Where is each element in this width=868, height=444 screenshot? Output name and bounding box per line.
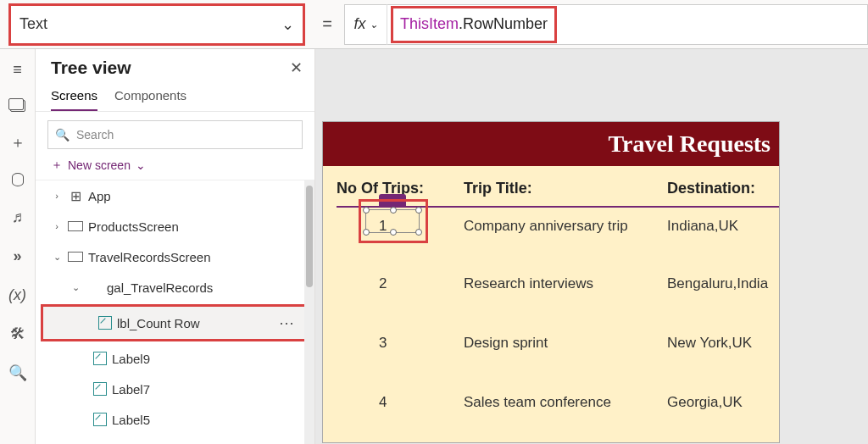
formula-token-thisitem: ThisItem [400,15,459,33]
cell-no: 4 [337,394,464,411]
label-icon [93,352,107,365]
app-icon: ⊞ [68,188,83,203]
search-icon[interactable]: 🔍 [9,364,26,381]
canvas[interactable]: Travel Requests No Of Trips: Trip Title:… [315,49,868,444]
tree-label: Label9 [112,352,150,366]
panel-title: Tree view [51,58,131,78]
gallery-icon [86,280,102,295]
tree-label: Label5 [112,413,150,427]
tree-label: lbl_Count Row [117,316,200,330]
gallery-row[interactable]: 2 Research interviews Bengaluru,India [337,265,779,325]
label-icon [98,316,112,330]
tree-label: Label7 [112,382,150,397]
resize-handle[interactable] [415,229,422,236]
property-selector[interactable]: Text ⌄ [8,3,305,46]
left-rail: ≡ ＋ ♬ » (x) 🛠 🔍 [0,49,36,444]
flows-icon[interactable]: » [9,247,26,264]
equals-label: = [310,14,344,34]
tree-item-app[interactable]: › ⊞ App [36,180,314,211]
settings-icon[interactable]: 🛠 [9,325,26,342]
gallery-row[interactable]: 3 Design sprint New York,UK [337,325,779,384]
col-header-title: Trip Title: [464,180,667,197]
new-screen-button[interactable]: ＋ New screen ⌄ [36,154,314,180]
resize-handle[interactable] [363,207,370,214]
cell-title: Research interviews [464,275,667,292]
plus-icon: ＋ [51,158,63,173]
search-placeholder: Search [76,128,114,142]
resize-handle[interactable] [390,229,397,236]
close-icon[interactable]: ✕ [290,58,303,77]
tree-label: App [88,189,111,203]
formula-token-rest: .RowNumber [459,15,548,33]
chevron-down-icon: ⌄ [70,282,81,293]
tree-item-products[interactable]: › ProductsScreen [36,211,314,241]
cell-no: 2 [337,275,464,292]
property-selector-value: Text [19,15,47,33]
tree-icon[interactable] [10,100,25,112]
cell-title: Design sprint [464,335,667,352]
insert-icon[interactable]: ＋ [9,134,26,151]
app-title: Travel Requests [323,122,779,166]
screen-icon [68,221,83,231]
chevron-down-icon: ⌄ [281,15,294,34]
resize-handle[interactable] [415,207,422,214]
cell-title: Company anniversary trip [464,218,667,235]
variables-icon[interactable]: (x) [9,286,26,303]
cell-dest: Bengaluru,India [667,275,779,292]
col-header-dest: Destination: [667,180,779,197]
fx-icon: fx [353,15,365,33]
chevron-down-icon: ⌄ [51,252,63,263]
tree-item-travel[interactable]: ⌄ TravelRecordsScreen [36,241,314,272]
tree-label: gal_TravelRecords [107,280,213,295]
cell-dest: Georgia,UK [667,394,779,411]
tree-label: TravelRecordsScreen [88,250,211,264]
tree-item-gallery[interactable]: ⌄ gal_TravelRecords [36,272,314,302]
chevron-right-icon: › [51,191,63,201]
cell-title: Sales team conference [464,394,667,411]
chevron-down-icon: ⌄ [136,158,146,172]
tree-label: ProductsScreen [88,219,179,234]
media-icon[interactable]: ♬ [9,208,26,225]
more-icon[interactable]: ⋯ [279,314,294,332]
resize-handle[interactable] [363,229,370,236]
tree-item-label7[interactable]: Label7 [36,374,314,404]
chevron-down-icon: ⌄ [370,19,378,31]
search-input[interactable]: 🔍 Search [47,120,303,149]
tree-scrollbar[interactable] [304,180,314,444]
cell-no: 3 [337,335,464,352]
gallery-row[interactable]: 1 Company anniversary trip Indiana,UK [337,206,779,265]
tree-item-label9[interactable]: Label9 [36,343,314,374]
screen-icon [68,252,83,262]
formula-input[interactable]: ThisItem.RowNumber [391,6,557,43]
cell-dest: New York,UK [667,335,779,352]
data-icon[interactable] [12,173,24,186]
cell-dest: Indiana,UK [667,218,779,235]
gallery-row[interactable]: 4 Sales team conference Georgia,UK [337,384,779,443]
tab-screens[interactable]: Screens [51,81,97,111]
label-icon [93,382,107,396]
app-preview[interactable]: Travel Requests No Of Trips: Trip Title:… [322,121,780,443]
new-screen-label: New screen [68,158,131,172]
tree-item-label5[interactable]: Label5 [36,404,314,435]
selection-handles[interactable] [365,209,420,233]
search-icon: 🔍 [55,128,70,142]
label-icon [93,413,107,426]
tab-components[interactable]: Components [114,81,186,111]
hamburger-icon[interactable]: ≡ [9,61,26,78]
tree-item-lbl-count[interactable]: lbl_Count Row ⋯ [41,304,309,341]
fx-button[interactable]: fx ⌄ [345,4,387,45]
chevron-right-icon: › [51,221,63,231]
resize-handle[interactable] [390,207,397,214]
